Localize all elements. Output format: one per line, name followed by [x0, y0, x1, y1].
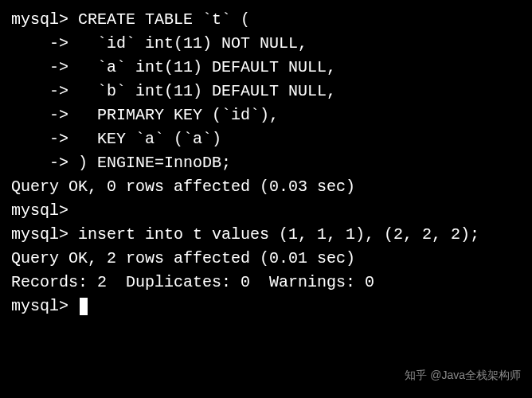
- watermark-text: 知乎 @Java全栈架构师: [405, 367, 521, 384]
- terminal-prompt-line[interactable]: mysql>: [11, 295, 521, 318]
- terminal-line: mysql> insert into t values (1, 1, 1), (…: [11, 223, 521, 247]
- terminal-line: mysql>: [11, 199, 521, 223]
- terminal-line: -> PRIMARY KEY (`id`),: [11, 103, 521, 127]
- terminal-line: -> `b` int(11) DEFAULT NULL,: [11, 80, 521, 103]
- terminal-line: Records: 2 Duplicates: 0 Warnings: 0: [11, 271, 521, 295]
- terminal-line: -> `a` int(11) DEFAULT NULL,: [11, 56, 521, 80]
- terminal-output: mysql> CREATE TABLE `t` ( -> `id` int(11…: [11, 8, 521, 318]
- terminal-line: Query OK, 2 rows affected (0.01 sec): [11, 247, 521, 271]
- terminal-line: mysql> CREATE TABLE `t` (: [11, 8, 521, 32]
- prompt-text: mysql>: [11, 297, 78, 315]
- terminal-line: Query OK, 0 rows affected (0.03 sec): [11, 175, 521, 199]
- terminal-line: -> KEY `a` (`a`): [11, 127, 521, 151]
- terminal-line: -> `id` int(11) NOT NULL,: [11, 32, 521, 56]
- terminal-line: -> ) ENGINE=InnoDB;: [11, 151, 521, 175]
- cursor-icon: [80, 298, 88, 315]
